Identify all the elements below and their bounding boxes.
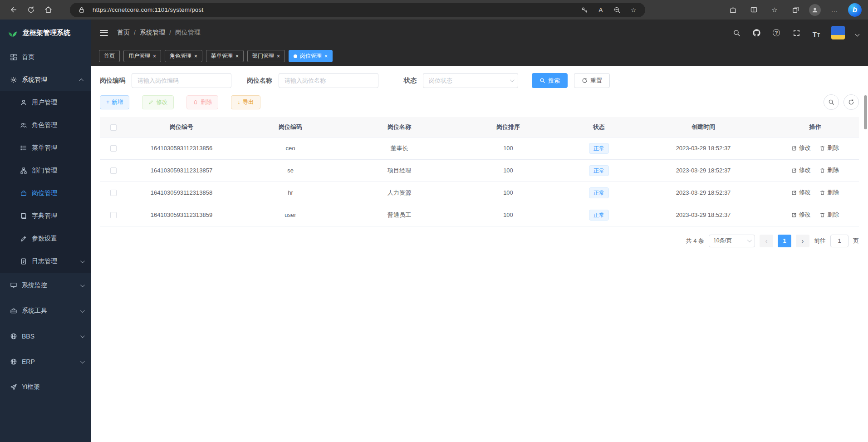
browser-home-icon[interactable] bbox=[41, 3, 55, 17]
toggle-search-button[interactable] bbox=[824, 94, 839, 110]
browser-profile-avatar[interactable] bbox=[809, 4, 821, 16]
edit-icon bbox=[791, 212, 797, 218]
post-name-input[interactable] bbox=[279, 73, 378, 88]
monitor-icon bbox=[10, 282, 17, 289]
browser-menu-icon[interactable]: … bbox=[827, 3, 842, 17]
tab-roles[interactable]: 角色管理 × bbox=[165, 50, 202, 62]
next-page-button[interactable]: › bbox=[796, 235, 809, 247]
post-code-input[interactable] bbox=[132, 73, 231, 88]
page-size-select[interactable]: 10条/页 bbox=[709, 235, 755, 247]
edit-icon bbox=[791, 190, 797, 196]
sidebar-collapse-icon[interactable] bbox=[100, 30, 108, 36]
add-button[interactable]: + 新增 bbox=[100, 95, 129, 109]
breadcrumb-item[interactable]: 系统管理 bbox=[140, 29, 165, 37]
row-delete-link[interactable]: 删除 bbox=[819, 144, 839, 152]
address-bar[interactable]: https://ccnetcore.com:1101/system/post A… bbox=[70, 3, 645, 17]
tab-close-icon[interactable]: × bbox=[153, 53, 156, 59]
sidebar-item-monitor[interactable]: 系统监控 bbox=[0, 273, 91, 298]
row-delete-link[interactable]: 删除 bbox=[819, 188, 839, 196]
delete-button[interactable]: 删除 bbox=[186, 95, 218, 109]
export-button[interactable]: ↓ 导出 bbox=[231, 95, 260, 109]
row-checkbox[interactable] bbox=[110, 212, 117, 218]
tab-posts-active[interactable]: 岗位管理 × bbox=[289, 50, 333, 62]
tab-label: 菜单管理 bbox=[211, 52, 233, 60]
search-button[interactable]: 搜索 bbox=[532, 73, 568, 88]
tab-close-icon[interactable]: × bbox=[235, 53, 239, 59]
tab-close-icon[interactable]: × bbox=[324, 53, 328, 59]
page-scrollbar-thumb[interactable] bbox=[864, 95, 867, 129]
password-key-icon[interactable] bbox=[579, 5, 590, 15]
sidebar-item-yi-framework[interactable]: Yi框架 bbox=[0, 374, 91, 400]
download-icon: ↓ bbox=[237, 99, 240, 105]
document-icon bbox=[20, 258, 27, 265]
col-post-name: 岗位名称 bbox=[345, 117, 454, 137]
extensions-icon[interactable] bbox=[726, 3, 740, 17]
row-checkbox[interactable] bbox=[110, 145, 117, 152]
sidebar-item-home[interactable]: 首页 bbox=[0, 46, 91, 69]
avatar-caret-icon[interactable] bbox=[855, 32, 860, 36]
breadcrumb-item[interactable]: 首页 bbox=[117, 29, 130, 37]
row-checkbox[interactable] bbox=[110, 190, 117, 196]
fullscreen-icon[interactable] bbox=[791, 28, 801, 38]
chevron-down-icon bbox=[510, 78, 515, 82]
sidebar-item-label: 角色管理 bbox=[32, 121, 57, 129]
split-screen-icon[interactable] bbox=[746, 3, 761, 17]
status-select[interactable]: 岗位状态 bbox=[423, 73, 518, 88]
sidebar-item-departments[interactable]: 部门管理 bbox=[0, 159, 91, 182]
tab-departments[interactable]: 部门管理 × bbox=[247, 50, 285, 62]
sidebar-item-tools[interactable]: 系统工具 bbox=[0, 298, 91, 324]
collections-icon[interactable] bbox=[788, 3, 803, 17]
row-delete-link[interactable]: 删除 bbox=[819, 211, 839, 219]
row-checkbox[interactable] bbox=[110, 167, 117, 174]
prev-page-button[interactable]: ‹ bbox=[760, 235, 773, 247]
browser-back-icon[interactable] bbox=[6, 3, 21, 17]
goto-page-input[interactable] bbox=[830, 235, 848, 247]
tab-close-icon[interactable]: × bbox=[277, 53, 280, 59]
sidebar-item-erp[interactable]: ERP bbox=[0, 349, 91, 374]
reset-button[interactable]: 重置 bbox=[574, 73, 610, 88]
sidebar-item-users[interactable]: 用户管理 bbox=[0, 91, 91, 114]
tab-home[interactable]: 首页 bbox=[99, 50, 120, 62]
tab-close-icon[interactable]: × bbox=[194, 53, 197, 59]
tab-menus[interactable]: 菜单管理 × bbox=[206, 50, 244, 62]
tab-users[interactable]: 用户管理 × bbox=[123, 50, 161, 62]
header-search-icon[interactable] bbox=[731, 28, 741, 38]
sidebar-item-logs[interactable]: 日志管理 bbox=[0, 250, 91, 273]
cell-post-id: 1641030593112313856 bbox=[127, 137, 236, 159]
row-edit-link[interactable]: 修改 bbox=[791, 211, 811, 219]
status-badge: 正常 bbox=[589, 210, 609, 221]
globe-icon bbox=[10, 333, 17, 340]
page-1-button[interactable]: 1 bbox=[778, 235, 791, 247]
help-icon[interactable]: ? bbox=[771, 28, 781, 38]
select-all-checkbox[interactable] bbox=[110, 124, 117, 131]
sidebar-item-parameters[interactable]: 参数设置 bbox=[0, 227, 91, 250]
bing-copilot-icon[interactable]: b bbox=[848, 3, 862, 17]
site-info-lock-icon[interactable] bbox=[76, 5, 87, 15]
zoom-icon[interactable] bbox=[612, 5, 623, 15]
refresh-table-button[interactable] bbox=[843, 94, 859, 110]
sidebar-item-dictionary[interactable]: 字典管理 bbox=[0, 205, 91, 227]
read-aloud-icon[interactable]: A bbox=[595, 5, 606, 15]
sidebar-item-system[interactable]: 系统管理 bbox=[0, 69, 91, 91]
row-edit-link[interactable]: 修改 bbox=[791, 166, 811, 174]
user-avatar[interactable] bbox=[831, 26, 845, 39]
col-actions: 操作 bbox=[771, 117, 859, 137]
github-icon[interactable] bbox=[751, 28, 761, 38]
favorites-icon[interactable]: ☆ bbox=[767, 3, 782, 17]
row-edit-link[interactable]: 修改 bbox=[791, 144, 811, 152]
row-edit-link[interactable]: 修改 bbox=[791, 188, 811, 196]
sidebar-item-bbs[interactable]: BBS bbox=[0, 324, 91, 349]
sidebar-item-menus[interactable]: 菜单管理 bbox=[0, 137, 91, 159]
browser-refresh-icon[interactable] bbox=[24, 3, 38, 17]
sidebar-item-roles[interactable]: 角色管理 bbox=[0, 114, 91, 137]
chevron-down-icon bbox=[80, 283, 85, 287]
app-logo[interactable]: 意框架管理系统 bbox=[0, 20, 91, 46]
font-size-icon[interactable]: TT bbox=[811, 28, 821, 38]
sidebar-item-posts[interactable]: 岗位管理 bbox=[0, 182, 91, 205]
cell-post-name: 普通员工 bbox=[345, 204, 454, 226]
add-favorite-icon[interactable]: ☆ bbox=[628, 5, 639, 15]
row-delete-link[interactable]: 删除 bbox=[819, 166, 839, 174]
edit-button[interactable]: 修改 bbox=[142, 95, 174, 109]
screen: https://ccnetcore.com:1101/system/post A… bbox=[0, 0, 868, 442]
page-size-value: 10条/页 bbox=[713, 237, 732, 245]
